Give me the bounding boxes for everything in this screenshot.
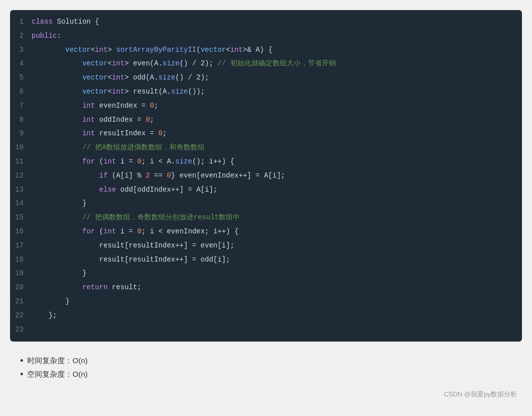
code-line: 17 result[resultIndex++] = even[i]; [10,239,522,253]
line-code: } [32,295,522,309]
line-code: return result; [32,281,522,295]
code-line: 6 vector<int> result(A.size()); [10,85,522,99]
line-number: 17 [10,239,32,253]
line-number: 18 [10,253,32,267]
line-code: // 把A数组放进偶数数组，和奇数数组 [32,141,522,155]
line-number: 6 [10,85,32,99]
line-number: 11 [10,155,32,169]
line-number: 15 [10,211,32,225]
code-line: 15 // 把偶数数组，奇数数组分别放进result数组中 [10,211,522,225]
code-line: 16 for (int i = 0; i < evenIndex; i++) { [10,225,522,239]
code-line: 19 } [10,267,522,281]
line-code: vector<int> sortArrayByParityII(vector<i… [32,43,522,57]
code-line: 2public: [10,29,522,43]
bullet-dot: • [20,356,23,366]
line-code: int oddIndex = 0; [32,113,522,127]
line-code: class Solution { [32,15,522,29]
line-code: // 把偶数数组，奇数数组分别放进result数组中 [32,211,522,225]
line-code: vector<int> result(A.size()); [32,85,522,99]
line-code: vector<int> odd(A.size() / 2); [32,71,522,85]
line-code: result[resultIndex++] = even[i]; [32,239,522,253]
line-number: 5 [10,71,32,85]
line-number: 1 [10,15,32,29]
line-number: 19 [10,267,32,281]
code-line: 20 return result; [10,281,522,295]
code-table: 1class Solution {2public:3 vector<int> s… [10,15,522,337]
code-container: 1class Solution {2public:3 vector<int> s… [10,10,522,342]
line-number: 7 [10,99,32,113]
code-line: 22 }; [10,309,522,323]
code-line: 18 result[resultIndex++] = odd[i]; [10,253,522,267]
line-code: int resultIndex = 0; [32,127,522,141]
code-line: 4 vector<int> even(A.size() / 2); // 初始化… [10,57,522,71]
bullet-section: •时间复杂度：O(n)•空间复杂度：O(n) [10,351,522,388]
line-code: else odd[oddIndex++] = A[i]; [32,183,522,197]
line-number: 23 [10,323,32,337]
line-number: 14 [10,197,32,211]
line-code: public: [32,29,522,43]
line-code: vector<int> even(A.size() / 2); // 初始化就确… [32,57,522,71]
code-line: 1class Solution { [10,15,522,29]
code-line: 5 vector<int> odd(A.size() / 2); [10,71,522,85]
code-line: 14 } [10,197,522,211]
code-line: 21 } [10,295,522,309]
line-code: for (int i = 0; i < A.size(); i++) { [32,155,522,169]
footer-credit: CSDN @我爱py数据分析 [10,390,522,399]
line-code [32,323,522,337]
code-line: 11 for (int i = 0; i < A.size(); i++) { [10,155,522,169]
line-number: 22 [10,309,32,323]
line-code: result[resultIndex++] = odd[i]; [32,253,522,267]
code-line: 13 else odd[oddIndex++] = A[i]; [10,183,522,197]
bullet-item: •时间复杂度：O(n) [20,356,512,366]
code-line: 8 int oddIndex = 0; [10,113,522,127]
line-number: 2 [10,29,32,43]
line-code: int evenIndex = 0; [32,99,522,113]
code-line: 23 [10,323,522,337]
line-code: if (A[i] % 2 == 0} even[evenIndex++] = A… [32,169,522,183]
line-number: 8 [10,113,32,127]
line-number: 12 [10,169,32,183]
line-number: 16 [10,225,32,239]
code-line: 7 int evenIndex = 0; [10,99,522,113]
line-number: 10 [10,141,32,155]
code-line: 3 vector<int> sortArrayByParityII(vector… [10,43,522,57]
line-code: } [32,197,522,211]
code-line: 10 // 把A数组放进偶数数组，和奇数数组 [10,141,522,155]
line-number: 9 [10,127,32,141]
line-number: 3 [10,43,32,57]
code-line: 9 int resultIndex = 0; [10,127,522,141]
line-code: }; [32,309,522,323]
line-number: 13 [10,183,32,197]
line-number: 20 [10,281,32,295]
line-code: for (int i = 0; i < evenIndex; i++) { [32,225,522,239]
bullet-text: 时间复杂度：O(n) [27,356,87,366]
line-code: } [32,267,522,281]
bullet-item: •空间复杂度：O(n) [20,369,512,380]
code-line: 12 if (A[i] % 2 == 0} even[evenIndex++] … [10,169,522,183]
bullet-text: 空间复杂度：O(n) [27,370,87,379]
line-number: 21 [10,295,32,309]
line-number: 4 [10,57,32,71]
bullet-dot: • [20,369,23,380]
